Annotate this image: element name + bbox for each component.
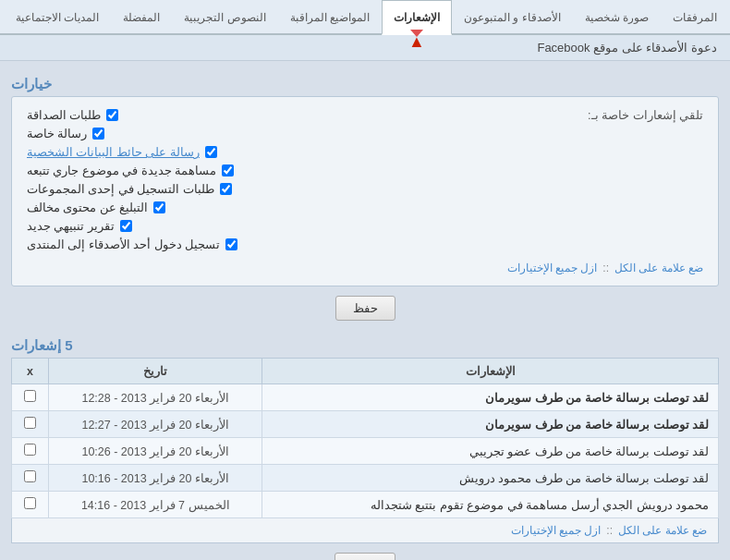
- th-date: تاريخ: [49, 359, 262, 384]
- notif-select-all-link[interactable]: ضع علامة على الكل: [618, 524, 707, 537]
- khayyarat-left-col: طلبات الصداقةرسالة خاصةرسالة على حائط ال…: [27, 108, 471, 256]
- nav-tab-9[interactable]: المفضلة: [111, 0, 172, 33]
- active-tab-arrow: ▲: [408, 33, 425, 50]
- notif-cell-1: لقد توصلت برسالة خاصة من طرف سويرمان: [262, 411, 719, 438]
- table-row: محمود درويش الجدي أرسل مساهمة في موضوع ت…: [12, 492, 719, 518]
- notif-remove-all-link[interactable]: ازل جميع الإختيارات: [511, 524, 602, 537]
- checkbox-1[interactable]: [92, 128, 104, 140]
- notifications-tbody: لقد توصلت برسالة خاصة من طرف سويرمانالأر…: [12, 384, 719, 518]
- date-cell-3: الأربعاء 20 فراير 2013 - 10:16: [49, 465, 262, 492]
- check-cell-1: [12, 411, 49, 438]
- checkbox-row-6: تقرير تنبيهي جديد: [27, 219, 471, 233]
- table-row: لقد توصلت برسالة خاصة من طرف محمود درويش…: [12, 465, 719, 492]
- row-checkbox-0[interactable]: [24, 390, 36, 402]
- khayyarat-separator: ::: [602, 262, 609, 274]
- check-cell-0: [12, 384, 49, 411]
- notif-separator: ::: [606, 524, 613, 537]
- checkbox-row-0: طلبات الصداقة: [27, 108, 471, 122]
- row-checkbox-1[interactable]: [24, 417, 36, 429]
- nav-tab-6[interactable]: الإشعارات▲: [382, 0, 452, 35]
- save-btn-container: حفظ: [11, 296, 719, 321]
- nav-tab-7[interactable]: المواضيع المراقبة: [278, 0, 382, 33]
- notifications-title: 5 إشعارات: [11, 330, 719, 358]
- main-content: خيارات تلقي إشعارات خاصة بـ: طلبات الصدا…: [0, 61, 730, 560]
- checkbox-row-3: مساهمة جديدة في موضوع جاري تتبعه: [27, 164, 471, 177]
- row-checkbox-2[interactable]: [24, 444, 36, 456]
- top-nav: معلوماتتفضيلاتالتوقيعالمرفقاتصورة شخصيةا…: [0, 0, 730, 35]
- checkbox-label-7: تسجيل دخول أحد الأصدقاء إلى المنتدى: [27, 237, 220, 251]
- checkbox-5[interactable]: [153, 201, 165, 213]
- checkbox-row-1: رسالة خاصة: [27, 127, 471, 140]
- check-cell-4: [12, 492, 49, 518]
- notif-cell-3: لقد توصلت برسالة خاصة من طرف محمود درويش: [262, 465, 719, 492]
- save-button[interactable]: حفظ: [335, 296, 395, 321]
- checkbox-row-5: التبليغ عن محتوى مخالف: [27, 201, 471, 214]
- checkbox-label-4: طلبات التسجيل في إحدى المجموعات: [27, 182, 214, 196]
- notif-bottom-row: ضع علامة على الكل :: ازل جميع الإختيارات: [11, 518, 719, 543]
- nav-tab-3[interactable]: المرفقات: [661, 0, 729, 33]
- date-cell-2: الأربعاء 20 فراير 2013 - 10:26: [49, 438, 262, 465]
- check-cell-3: [12, 465, 49, 492]
- nav-tab-10[interactable]: المديات الاجتماعية: [4, 0, 111, 33]
- checkbox-label-1: رسالة خاصة: [27, 127, 87, 140]
- th-notification: الإشعارات: [262, 359, 719, 384]
- delete-button[interactable]: حذف: [335, 553, 395, 560]
- notif-cell-4: محمود درويش الجدي أرسل مساهمة في موضوع ت…: [262, 492, 719, 518]
- checkbox-7[interactable]: [225, 238, 237, 250]
- checkbox-row-4: طلبات التسجيل في إحدى المجموعات: [27, 182, 471, 196]
- table-row: لقد توصلت برسالة خاصة من طرف عضو تجريبيا…: [12, 438, 719, 465]
- checkbox-2[interactable]: [205, 146, 217, 158]
- checkbox-0[interactable]: [106, 109, 118, 121]
- notif-cell-2: لقد توصلت برسالة خاصة من طرف عضو تجريبي: [262, 438, 719, 465]
- date-cell-0: الأربعاء 20 فراير 2013 - 12:28: [49, 384, 262, 411]
- checkbox-6[interactable]: [120, 220, 132, 232]
- nav-tab-4[interactable]: صورة شخصية: [573, 0, 661, 33]
- check-cell-2: [12, 438, 49, 465]
- receive-label: تلقي إشعارات خاصة بـ:: [588, 109, 703, 126]
- checkbox-row-2: رسالة على حائط البيانات الشخصية: [27, 145, 471, 159]
- nav-tab-5[interactable]: الأصدقاء و المتبوعون: [452, 0, 573, 33]
- checkbox-label-0: طلبات الصداقة: [27, 108, 101, 122]
- header-bar: دعوة الأصدقاء على موقع Facebook: [0, 35, 730, 61]
- khayyarat-title: خيارات: [11, 70, 719, 96]
- khayyarat-select-all-row: ضع علامة على الكل :: ازل جميع الإختيارات: [27, 262, 703, 274]
- khayyarat-box: تلقي إشعارات خاصة بـ: طلبات الصداقةرسالة…: [11, 96, 719, 286]
- checkbox-label-3: مساهمة جديدة في موضوع جاري تتبعه: [27, 164, 216, 177]
- header-text: دعوة الأصدقاء على موقع Facebook: [537, 41, 717, 55]
- row-checkbox-3[interactable]: [24, 470, 36, 482]
- checkbox-4[interactable]: [220, 183, 232, 195]
- nav-tabs: معلوماتتفضيلاتالتوقيعالمرفقاتصورة شخصيةا…: [4, 0, 730, 33]
- table-header-row: الإشعارات تاريخ x: [12, 359, 719, 384]
- date-cell-4: الخميس 7 فراير 2013 - 14:16: [49, 492, 262, 518]
- notifications-count: 5: [65, 337, 72, 353]
- khayyarat-remove-all-link[interactable]: ازل جميع الإختيارات: [507, 262, 598, 274]
- notifications-table: الإشعارات تاريخ x لقد توصلت برسالة خاصة …: [11, 358, 719, 518]
- khayyarat-select-all-link[interactable]: ضع علامة على الكل: [614, 262, 703, 274]
- notif-cell-0: لقد توصلت برسالة خاصة من طرف سويرمان: [262, 384, 719, 411]
- checkbox-3[interactable]: [222, 164, 234, 177]
- checkbox-label-2: رسالة على حائط البيانات الشخصية: [27, 145, 200, 159]
- date-cell-1: الأربعاء 20 فراير 2013 - 12:27: [49, 411, 262, 438]
- row-checkbox-4[interactable]: [24, 497, 36, 509]
- khayyarat-right-col: تلقي إشعارات خاصة بـ:: [481, 108, 703, 256]
- checkbox-row-7: تسجيل دخول أحد الأصدقاء إلى المنتدى: [27, 237, 471, 251]
- th-x: x: [12, 359, 49, 384]
- table-row: لقد توصلت برسالة خاصة من طرف سويرمانالأر…: [12, 411, 719, 438]
- checkbox-label-6: تقرير تنبيهي جديد: [27, 219, 115, 233]
- notifications-label: إشعارات: [11, 337, 61, 353]
- checkbox-label-5: التبليغ عن محتوى مخالف: [27, 201, 148, 214]
- page-container: معلوماتتفضيلاتالتوقيعالمرفقاتصورة شخصيةا…: [0, 0, 730, 560]
- delete-btn-container: حذف: [11, 553, 719, 560]
- table-row: لقد توصلت برسالة خاصة من طرف سويرمانالأر…: [12, 384, 719, 411]
- khayyarat-cols: تلقي إشعارات خاصة بـ: طلبات الصداقةرسالة…: [27, 108, 703, 256]
- nav-tab-8[interactable]: النصوص التجريبية: [172, 0, 277, 33]
